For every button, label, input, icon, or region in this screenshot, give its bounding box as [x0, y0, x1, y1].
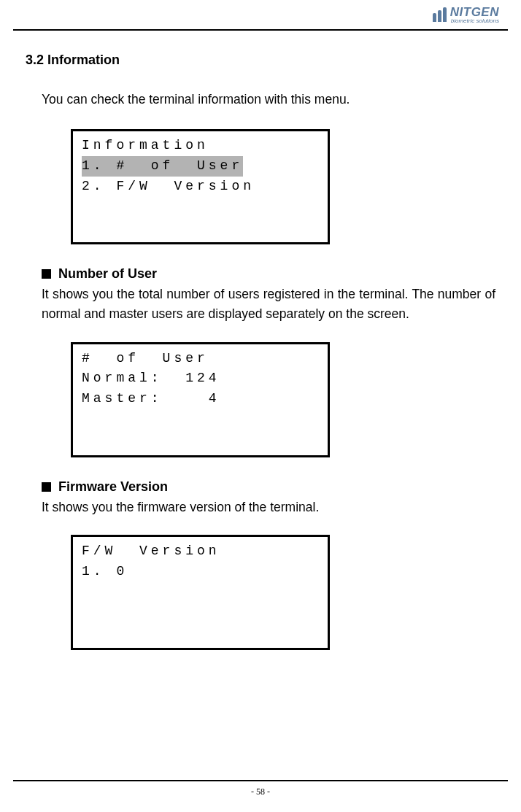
bullet-title: Number of User [58, 266, 157, 282]
lcd-line: Master: 4 [82, 389, 319, 409]
square-bullet-icon [42, 269, 51, 279]
body-text: It shows you the total number of users r… [42, 285, 495, 324]
lcd-line-highlighted: 1. # of User [82, 156, 243, 177]
brand-subtitle: biometric solutions [450, 18, 499, 24]
page-number: - 58 - [0, 786, 521, 797]
lcd-line: 2. F/W Version [82, 177, 319, 197]
page-content: 3.2 Information You can check the termin… [0, 31, 521, 650]
section-title: 3.2 Information [26, 53, 495, 68]
lcd-line: Normal: 124 [82, 368, 319, 389]
page-header: NITGEN biometric solutions [0, 0, 521, 28]
bullet-title: Firmware Version [58, 479, 168, 495]
logo-bars-icon [433, 6, 447, 22]
bullet-heading-number-of-user: Number of User [42, 266, 495, 282]
lcd-line: # of User [82, 349, 319, 369]
square-bullet-icon [42, 482, 51, 492]
brand-logo: NITGEN biometric solutions [433, 6, 499, 24]
lcd-line: 1. 0 [82, 562, 319, 582]
lcd-line: Information [82, 136, 319, 156]
bullet-heading-firmware-version: Firmware Version [42, 479, 495, 495]
body-text: It shows you the firmware version of the… [42, 498, 495, 517]
lcd-box-user-count: # of User Normal: 124 Master: 4 [71, 342, 330, 457]
section-intro: You can check the terminal information w… [42, 90, 495, 109]
brand-name: NITGEN [450, 6, 499, 18]
lcd-line: F/W Version [82, 541, 319, 562]
lcd-box-fw-version: F/W Version 1. 0 [71, 535, 330, 650]
footer-divider [13, 780, 508, 781]
lcd-box-information: Information 1. # of User 2. F/W Version [71, 129, 330, 244]
